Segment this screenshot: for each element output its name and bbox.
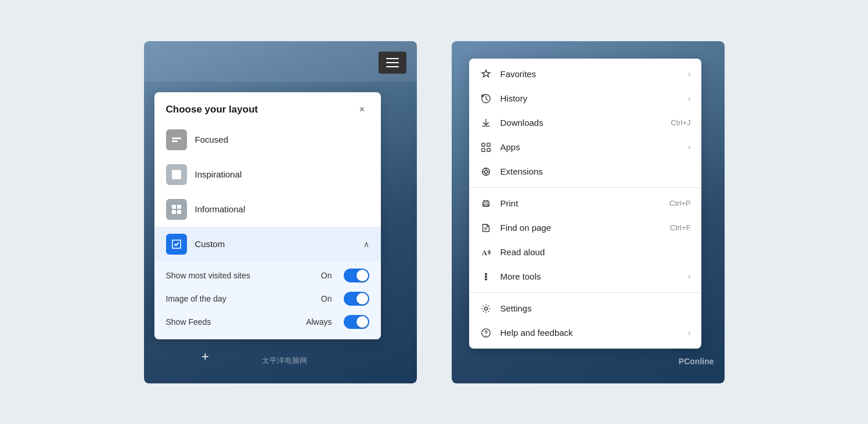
dialog-header: Choose your layout × xyxy=(154,92,381,122)
svg-rect-10 xyxy=(487,143,489,146)
browser-strip xyxy=(144,41,417,82)
layout-option-inspirational[interactable]: Inspirational xyxy=(154,157,381,192)
svg-point-27 xyxy=(484,307,487,310)
left-browser-panel: Choose your layout × Focused Inspiration… xyxy=(144,41,417,383)
apps-icon xyxy=(480,141,492,154)
find-icon xyxy=(480,222,492,234)
focused-icon xyxy=(166,129,187,150)
svg-point-29 xyxy=(485,335,486,335)
toggle-row-feeds: Show Feeds Always xyxy=(154,310,381,334)
svg-rect-1 xyxy=(172,140,178,142)
add-tab-button[interactable]: + xyxy=(196,347,215,366)
svg-point-26 xyxy=(485,278,487,280)
layout-option-custom[interactable]: Custom ∧ xyxy=(154,227,381,262)
image-day-status: On xyxy=(306,294,332,303)
custom-options-panel: Show most visited sites On Image of the … xyxy=(154,262,381,339)
close-button[interactable]: × xyxy=(355,103,369,117)
print-shortcut: Ctrl+P xyxy=(669,199,690,208)
feeds-status: Always xyxy=(306,317,332,327)
dialog-title: Choose your layout xyxy=(166,104,258,115)
downloads-icon xyxy=(480,117,492,129)
inspirational-icon xyxy=(166,164,187,185)
moretools-arrow-icon: › xyxy=(688,272,690,281)
menu-item-print[interactable]: Print Ctrl+P xyxy=(469,191,701,216)
menu-section-2: Print Ctrl+P Find on page Ctrl+F xyxy=(469,188,701,293)
help-label: Help and feedback xyxy=(500,328,677,338)
svg-rect-20 xyxy=(484,204,488,206)
settings-icon xyxy=(480,302,492,315)
downloads-label: Downloads xyxy=(500,118,663,128)
favorites-icon xyxy=(480,68,492,81)
svg-rect-4 xyxy=(172,205,176,209)
svg-rect-12 xyxy=(487,148,489,151)
informational-icon xyxy=(166,199,187,220)
toggle-row-most-visited: Show most visited sites On xyxy=(154,264,381,287)
right-browser-panel: Favorites › History › xyxy=(452,41,725,383)
print-icon xyxy=(480,197,492,210)
svg-rect-0 xyxy=(172,137,181,139)
menu-item-extensions[interactable]: Extensions xyxy=(469,160,701,184)
print-label: Print xyxy=(500,198,662,208)
custom-label: Custom xyxy=(195,239,355,249)
extensions-label: Extensions xyxy=(500,166,691,176)
layout-dialog: Choose your layout × Focused Inspiration… xyxy=(154,92,381,339)
svg-point-14 xyxy=(484,170,487,173)
downloads-shortcut: Ctrl+J xyxy=(671,118,690,127)
custom-icon xyxy=(166,234,187,255)
layout-option-informational[interactable]: Informational xyxy=(154,192,381,227)
find-label: Find on page xyxy=(500,223,662,233)
svg-rect-5 xyxy=(177,205,181,209)
readaloud-label: Read aloud xyxy=(500,247,691,257)
feeds-label: Show Feeds xyxy=(166,317,300,327)
help-icon xyxy=(480,327,492,339)
apps-arrow-icon: › xyxy=(688,143,690,151)
help-arrow-icon: › xyxy=(688,328,690,337)
readaloud-icon: A xyxy=(480,246,492,259)
apps-label: Apps xyxy=(500,142,677,152)
most-visited-status: On xyxy=(306,271,332,280)
svg-rect-6 xyxy=(172,210,176,214)
favorites-label: Favorites xyxy=(500,69,677,79)
svg-point-3 xyxy=(178,171,180,173)
moretools-label: More tools xyxy=(500,271,677,281)
svg-point-24 xyxy=(485,273,487,275)
menu-item-settings[interactable]: Settings xyxy=(469,296,701,321)
menu-item-find[interactable]: Find on page Ctrl+F xyxy=(469,216,701,240)
menu-item-moretools[interactable]: More tools › xyxy=(469,264,701,289)
most-visited-label: Show most visited sites xyxy=(166,271,300,280)
extensions-icon xyxy=(480,165,492,178)
layout-option-focused[interactable]: Focused xyxy=(154,122,381,157)
hamburger-button[interactable] xyxy=(379,52,406,74)
watermark-left: 太平洋电脑网 xyxy=(262,356,307,366)
menu-item-downloads[interactable]: Downloads Ctrl+J xyxy=(469,111,701,135)
menu-item-readaloud[interactable]: A Read aloud xyxy=(469,240,701,264)
image-day-label: Image of the day xyxy=(166,294,300,303)
history-arrow-icon: › xyxy=(688,94,690,103)
svg-rect-9 xyxy=(481,143,484,146)
menu-item-favorites[interactable]: Favorites › xyxy=(469,62,701,86)
informational-label: Informational xyxy=(195,204,369,214)
menu-item-help[interactable]: Help and feedback › xyxy=(469,321,701,345)
svg-point-25 xyxy=(485,276,487,277)
svg-rect-7 xyxy=(177,210,181,214)
history-icon xyxy=(480,92,492,105)
find-shortcut: Ctrl+F xyxy=(670,223,691,232)
image-day-toggle[interactable] xyxy=(344,292,369,306)
toggle-row-image: Image of the day On xyxy=(154,287,381,310)
most-visited-toggle[interactable] xyxy=(344,269,369,282)
context-menu: Favorites › History › xyxy=(469,59,701,349)
menu-section-3: Settings Help and feedback › xyxy=(469,293,701,349)
svg-text:A: A xyxy=(481,248,487,256)
menu-item-history[interactable]: History › xyxy=(469,86,701,111)
menu-item-apps[interactable]: Apps › xyxy=(469,135,701,160)
history-label: History xyxy=(500,93,677,103)
custom-chevron-icon: ∧ xyxy=(363,240,369,249)
inspirational-label: Inspirational xyxy=(195,169,369,179)
favorites-arrow-icon: › xyxy=(688,70,690,78)
focused-label: Focused xyxy=(195,135,369,144)
feeds-toggle[interactable] xyxy=(344,315,369,329)
svg-rect-11 xyxy=(481,148,484,151)
settings-label: Settings xyxy=(500,303,691,313)
menu-section-1: Favorites › History › xyxy=(469,59,701,188)
moretools-icon xyxy=(480,270,492,283)
